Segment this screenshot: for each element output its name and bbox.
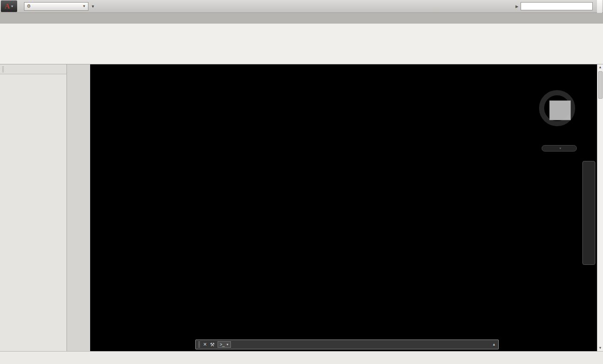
palette-title-bar[interactable] (0, 64, 67, 74)
cad-drawing[interactable] (90, 64, 603, 351)
workspace-select[interactable]: ⚙ ▼ (24, 2, 88, 11)
view-controls-pill[interactable]: ▼ (542, 145, 577, 152)
window-controls (597, 0, 602, 13)
command-line-grip[interactable] (198, 342, 200, 347)
ribbon-tab-bar (0, 13, 603, 24)
command-expand-icon[interactable]: ▲ (492, 343, 496, 346)
chevron-down-icon: ▼ (559, 147, 562, 150)
search-arrow-icon[interactable]: ▶ (515, 4, 518, 9)
viewcube-top-face[interactable] (549, 100, 571, 120)
command-tools-icon[interactable]: ⚒ (210, 342, 215, 348)
duct-palette (0, 64, 67, 351)
chevron-down-icon: ▼ (82, 4, 86, 8)
viewcube[interactable] (535, 82, 583, 146)
autocad-logo-icon: A (4, 2, 9, 11)
status-bar (0, 351, 603, 364)
navigation-bar (582, 161, 595, 265)
canvas-scrollbar[interactable]: ▲ ▼ (597, 64, 603, 351)
scroll-down-icon[interactable]: ▼ (599, 345, 602, 351)
vertical-toolbars (67, 64, 90, 351)
gear-icon: ⚙ (27, 3, 31, 9)
qat-more-button[interactable]: ▼ (90, 4, 96, 9)
command-line[interactable]: ✕ ⚒ >_ ▼ ▲ (195, 340, 499, 349)
title-bar: A ▼ ⚙ ▼ ▼ ▶ (0, 0, 603, 13)
ribbon (0, 24, 603, 64)
palette-grip[interactable] (2, 67, 4, 72)
search-input[interactable] (521, 2, 593, 10)
command-prompt-icon[interactable]: >_ ▼ (218, 341, 231, 348)
scroll-up-icon[interactable]: ▲ (599, 64, 602, 70)
command-close-icon[interactable]: ✕ (203, 342, 207, 347)
drawing-canvas[interactable]: ▼ ✕ ⚒ >_ ▼ ▲ ▲ ▼ (90, 64, 603, 351)
scrollbar-thumb[interactable] (598, 71, 603, 99)
app-menu-chevron-icon: ▼ (11, 5, 14, 8)
app-menu-button[interactable]: A ▼ (1, 0, 17, 12)
infocenter: ▶ (515, 2, 593, 10)
